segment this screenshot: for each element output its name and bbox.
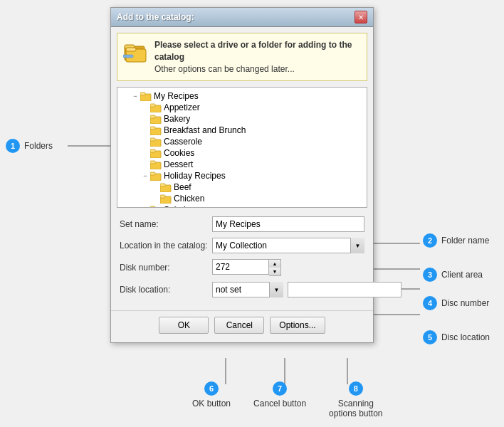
disk-location-text-input[interactable]	[288, 282, 401, 297]
tree-label: Holiday Recipes	[164, 171, 226, 181]
svg-rect-20	[150, 127, 155, 130]
folder-icon	[150, 137, 162, 147]
svg-rect-28	[150, 172, 155, 175]
folder-icon	[140, 91, 152, 101]
annotation-label-6: OK button	[192, 399, 231, 408]
svg-rect-14	[140, 93, 145, 95]
annotation-folder-name: 2 Folder name 3 Client area 4 Disc numbe…	[423, 233, 490, 344]
disk-location-select[interactable]: not set	[212, 282, 283, 297]
tree-toggle[interactable]: −	[130, 91, 140, 101]
annotation-label-5: Disc location	[441, 332, 490, 342]
spinner-down-button[interactable]: ▼	[269, 268, 280, 275]
tree-label: Dessert	[164, 159, 193, 169]
svg-rect-16	[150, 104, 155, 107]
annotation-badge-1: 1	[6, 139, 20, 153]
options-button[interactable]: Options...	[270, 317, 325, 334]
set-name-input[interactable]	[212, 216, 364, 232]
svg-rect-24	[150, 149, 155, 152]
annotation-badge-4: 4	[423, 296, 437, 310]
folder-icon	[150, 114, 162, 124]
folder-icon	[150, 171, 162, 181]
folders-annotation: 1 Folders	[6, 139, 53, 153]
svg-rect-34	[150, 206, 155, 208]
annotation-label-3: Client area	[441, 270, 483, 280]
folder-icon	[150, 205, 162, 208]
svg-rect-18	[150, 115, 155, 118]
tree-label: Casserole	[164, 137, 202, 147]
info-text: Please select a drive or a folder for ad…	[154, 39, 361, 75]
annotation-label-7: Cancel button	[253, 399, 306, 408]
disk-location-label: Disk location:	[120, 285, 212, 295]
tree-item-beef[interactable]: Beef	[120, 181, 364, 193]
annotation-badge-8: 8	[349, 381, 363, 396]
tree-item-holiday[interactable]: − Holiday Recipes	[120, 170, 364, 181]
dialog-title: Add to the catalog:	[117, 12, 194, 22]
tree-item-my-recipes[interactable]: − My Recipes	[120, 90, 364, 102]
disk-number-spinner: ▲ ▼	[212, 259, 281, 276]
annotation-badge-2: 2	[423, 233, 437, 248]
folder-icon	[150, 125, 162, 135]
svg-rect-30	[160, 184, 165, 186]
disk-number-input[interactable]	[212, 259, 269, 275]
ok-button[interactable]: OK	[159, 317, 209, 334]
info-bold-text: Please select a drive or a folder for ad…	[154, 40, 352, 62]
tree-item-chicken[interactable]: Chicken	[120, 193, 364, 204]
disk-number-row: Disk number: ▲ ▼	[120, 259, 364, 276]
folder-tree[interactable]: − My Recipes Appetizer	[117, 87, 367, 208]
disk-number-label: Disk number:	[120, 263, 212, 273]
svg-rect-11	[126, 48, 136, 51]
annotation-badge-5: 5	[423, 330, 437, 344]
set-name-row: Set name:	[120, 216, 364, 232]
disk-select-wrap: not set ▼	[212, 282, 283, 297]
annotation-label-8: Scanning options button	[329, 399, 382, 418]
catalog-icon	[123, 39, 149, 65]
spinner-buttons: ▲ ▼	[269, 259, 281, 276]
svg-rect-22	[150, 138, 155, 141]
annotation-label-folders: Folders	[24, 141, 53, 151]
tree-label: Appetizer	[164, 102, 200, 112]
spinner-up-button[interactable]: ▲	[269, 260, 280, 268]
tree-item-cookies[interactable]: Cookies	[120, 147, 364, 159]
bottom-annotations: 6 OK button 7 Cancel button 8 Scanning o…	[192, 381, 383, 418]
info-box: Please select a drive or a folder for ad…	[117, 33, 367, 81]
location-select[interactable]: My Collection	[212, 238, 364, 253]
cancel-button[interactable]: Cancel	[214, 317, 264, 334]
svg-rect-12	[123, 55, 133, 58]
svg-rect-26	[150, 161, 155, 164]
tree-content: − My Recipes Appetizer	[117, 88, 367, 208]
tree-item-bakery[interactable]: Bakery	[120, 113, 364, 125]
form-area: Set name: Location in the catalog: My Co…	[111, 212, 373, 307]
tree-label: Bakery	[164, 114, 190, 124]
annotation-badge-7: 7	[273, 381, 287, 396]
tree-label: Breakfast and Brunch	[164, 125, 246, 135]
folder-icon	[150, 102, 162, 112]
tree-item-salad[interactable]: Salad	[120, 204, 364, 208]
tree-item-appetizer[interactable]: Appetizer	[120, 102, 364, 113]
tree-label: Beef	[174, 182, 191, 192]
folder-icon	[160, 182, 172, 192]
dialog-titlebar: Add to the catalog: ✕	[111, 8, 373, 27]
tree-label: My Recipes	[154, 91, 199, 101]
folder-icon	[150, 159, 162, 169]
info-sub-text: Other options can be changed later...	[154, 64, 295, 74]
tree-item-dessert[interactable]: Dessert	[120, 159, 364, 170]
main-dialog: Add to the catalog: ✕ Please select a dr…	[110, 7, 374, 343]
folder-icon	[160, 194, 172, 204]
tree-label: Chicken	[174, 194, 204, 204]
folder-icon	[150, 148, 162, 158]
disk-location-row: Disk location: not set ▼	[120, 282, 364, 297]
annotation-label-2: Folder name	[441, 236, 489, 246]
tree-label: Cookies	[164, 148, 194, 158]
close-button[interactable]: ✕	[355, 11, 367, 23]
location-row: Location in the catalog: My Collection ▼	[120, 238, 364, 253]
tree-item-casserole[interactable]: Casserole	[120, 136, 364, 147]
tree-label: Salad	[164, 205, 186, 208]
annotation-badge-6: 6	[204, 381, 219, 396]
location-select-wrap: My Collection ▼	[212, 238, 364, 253]
tree-item-breakfast[interactable]: Breakfast and Brunch	[120, 125, 364, 136]
tree-toggle	[140, 102, 150, 112]
annotation-badge-3: 3	[423, 268, 437, 282]
set-name-label: Set name:	[120, 219, 212, 229]
disk-location-controls: not set ▼	[212, 282, 401, 297]
dialog-buttons: OK Cancel Options...	[111, 310, 373, 342]
